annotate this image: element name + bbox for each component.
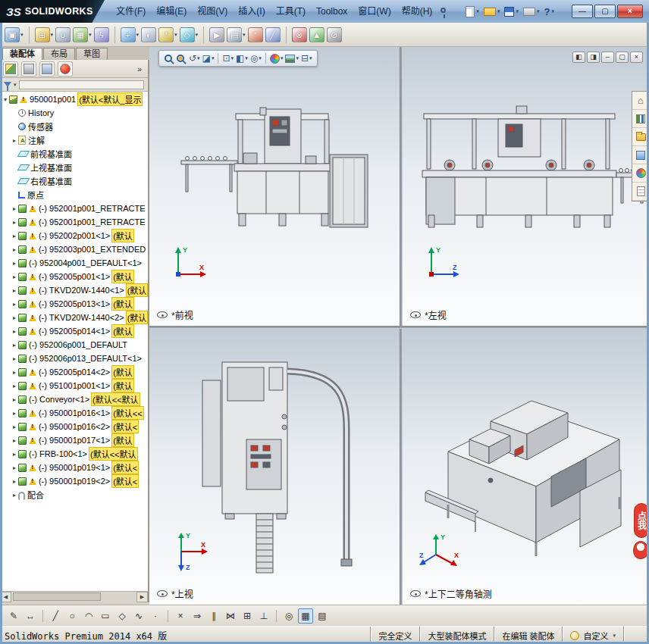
tree-item[interactable]: ▸(-) 952001p001_RETRACTE xyxy=(0,215,148,229)
restore-document-button[interactable]: ▢ xyxy=(616,52,629,63)
close-button[interactable]: × xyxy=(617,5,643,18)
menu-view[interactable]: 视图(V) xyxy=(192,1,233,22)
filter-caret-icon[interactable]: ▾ xyxy=(14,82,17,88)
open-button[interactable]: ▾ xyxy=(484,8,500,16)
close-document-button[interactable]: × xyxy=(630,52,643,63)
minimize-document-button[interactable]: – xyxy=(601,52,614,63)
tab-layout[interactable]: 布局 xyxy=(43,48,75,60)
insert-components-button[interactable]: ⊞▾ xyxy=(35,27,54,42)
tree-item[interactable]: ▸(-) 952005p001<1>(默认 xyxy=(0,270,148,283)
configuration-manager-tab[interactable] xyxy=(39,61,55,77)
instant3d-button[interactable]: ▲ xyxy=(309,27,324,42)
spline-button[interactable]: ∿ xyxy=(131,608,146,624)
menu-tools[interactable]: 工具(T) xyxy=(271,1,311,22)
linear-sketch-pattern-button[interactable]: ⊞ xyxy=(240,608,255,624)
tree-item[interactable]: ▸(-) 952006p001_DEFAULT xyxy=(0,338,148,352)
mate-button[interactable]: ∪ xyxy=(55,27,71,42)
assembly-features-button[interactable]: *▾ xyxy=(158,27,177,42)
dropdown-caret-icon[interactable]: ▾ xyxy=(537,8,540,14)
zoom-to-fit-button[interactable] xyxy=(165,55,174,62)
expand-arrow-icon[interactable]: ▸ xyxy=(11,437,18,444)
display-manager-tab[interactable] xyxy=(58,61,73,77)
tree-item[interactable]: ▸(-) 952002p001<1>(默认 xyxy=(0,229,148,242)
tree-item[interactable]: ▸(-) 950001p016<2>(默认< xyxy=(0,420,148,433)
dropdown-caret-icon[interactable]: ▾ xyxy=(296,55,299,61)
circle-button[interactable]: ○ xyxy=(64,608,80,624)
tab-assembly[interactable]: 装配体 xyxy=(2,48,42,60)
move-component-button[interactable]: +▾ xyxy=(121,27,140,42)
line-button[interactable]: ╱ xyxy=(48,608,63,624)
tree-item[interactable]: ▸(-) 950001p016<1>(默认<< xyxy=(0,406,148,420)
menu-help[interactable]: 帮助(H) xyxy=(397,1,438,22)
view-orientation-button[interactable]: ⊡▾ xyxy=(222,52,234,65)
scrollbar-thumb[interactable] xyxy=(13,592,101,601)
scrollbar-track[interactable] xyxy=(11,592,136,602)
expand-arrow-icon[interactable]: ▸ xyxy=(11,260,18,267)
dropdown-caret-icon[interactable]: ▾ xyxy=(196,32,199,38)
menu-insert[interactable]: 插入(I) xyxy=(233,1,270,22)
expand-arrow-icon[interactable]: ▸ xyxy=(11,274,18,280)
grid-system-button[interactable]: ▦ xyxy=(298,608,313,624)
tree-item[interactable]: ▸(-) Conveyor<1>(默认<<默认 xyxy=(0,392,148,406)
dropdown-caret-icon[interactable]: ▾ xyxy=(613,633,616,639)
dropdown-caret-icon[interactable]: ▾ xyxy=(497,8,500,14)
dropdown-caret-icon[interactable]: ▾ xyxy=(20,32,24,38)
panel-tabs-overflow[interactable]: » xyxy=(137,64,145,73)
viewport-left[interactable]: Y Z *左视 xyxy=(403,47,649,326)
filter-field[interactable] xyxy=(19,80,144,89)
explode-line-sketch-button[interactable]: ╱ xyxy=(265,27,281,42)
dropdown-caret-icon[interactable]: ▾ xyxy=(516,8,519,14)
help-button[interactable]: ?▾ xyxy=(544,6,553,17)
view-palette-tab[interactable] xyxy=(632,146,649,164)
apply-scene-button[interactable]: ▾ xyxy=(285,55,299,63)
expand-arrow-icon[interactable]: ▸ xyxy=(11,410,18,417)
new-motion-study-button[interactable]: ▶ xyxy=(209,27,224,42)
tree-item[interactable]: ▸(-) 950001p019<2>(默认< xyxy=(0,474,148,488)
scroll-left-arrow-icon[interactable]: ◀ xyxy=(0,592,11,602)
design-library-tab[interactable] xyxy=(632,110,649,128)
expand-arrow-icon[interactable]: ▸ xyxy=(11,383,18,389)
tree-item[interactable]: ▸(-) TKVD20W-1440<2>(默认 xyxy=(0,311,148,324)
mascot-graphic[interactable] xyxy=(633,541,648,559)
new-button[interactable]: ▾ xyxy=(466,6,479,17)
tree-item[interactable]: History xyxy=(0,106,148,120)
file-explorer-tab[interactable] xyxy=(632,128,649,146)
menu-pin-icon[interactable] xyxy=(441,8,446,13)
expand-arrow-icon[interactable]: ▸ xyxy=(11,424,18,430)
expand-arrow-icon[interactable]: ▸ xyxy=(11,492,18,499)
tree-item[interactable]: 前视基准面 xyxy=(0,147,148,161)
viewport-horizontal-splitter[interactable] xyxy=(149,326,649,329)
dropdown-caret-icon[interactable]: ▾ xyxy=(243,32,246,38)
dropdown-caret-icon[interactable]: ▾ xyxy=(231,55,234,61)
tree-item[interactable]: 上视基准面 xyxy=(0,161,148,174)
reference-geometry-button[interactable]: ◇▾ xyxy=(180,27,199,42)
previous-view-button[interactable]: ↺▾ xyxy=(189,52,200,65)
collapse-arrow-icon[interactable]: ▾ xyxy=(2,96,9,103)
save-button[interactable]: ▾ xyxy=(504,7,519,17)
smart-dimension-button[interactable]: ↔ xyxy=(23,608,38,624)
point-button[interactable]: · xyxy=(148,608,163,624)
tree-item[interactable]: ▸(-) 952005p013<1>(默认 xyxy=(0,297,148,311)
exploded-view-button[interactable]: * xyxy=(248,27,263,42)
dropdown-caret-icon[interactable]: ▾ xyxy=(89,32,92,38)
tree-item[interactable]: ▸注解 xyxy=(0,133,148,147)
expand-arrow-icon[interactable]: ▸ xyxy=(11,396,18,403)
instant2d-button[interactable]: ▤ xyxy=(315,608,330,624)
tree-item[interactable]: ▸(-) 952005p014<1>(默认 xyxy=(0,324,148,338)
dropdown-caret-icon[interactable]: ▾ xyxy=(212,55,215,61)
dropdown-caret-icon[interactable]: ▾ xyxy=(551,8,554,14)
tree-item[interactable]: ▸(-) 952003p001_EXTENDED xyxy=(0,242,148,256)
menu-toolbox[interactable]: Toolbox xyxy=(311,1,353,22)
appearances-scenes-tab[interactable] xyxy=(632,164,649,183)
graphics-area[interactable]: Y X *前视 xyxy=(149,47,649,605)
tree-item[interactable]: ▸(-) 952005p014<2>(默认 xyxy=(0,365,148,379)
expand-arrow-icon[interactable]: ▸ xyxy=(11,369,18,376)
viewport-top[interactable]: Y X Z *上视 xyxy=(149,329,400,605)
expand-arrow-icon[interactable]: ▸ xyxy=(11,246,18,253)
tree-item[interactable]: ▸(-) FRB-100<1>(默认<<默认 xyxy=(0,447,148,461)
expand-arrow-icon[interactable]: ▸ xyxy=(11,287,18,294)
bill-of-materials-button[interactable]: ▤▾ xyxy=(227,27,246,42)
menu-file[interactable]: 文件(F) xyxy=(111,1,151,22)
show-hidden-components-button[interactable]: ◐ xyxy=(141,27,156,42)
dropdown-caret-icon[interactable]: ▾ xyxy=(51,32,54,38)
